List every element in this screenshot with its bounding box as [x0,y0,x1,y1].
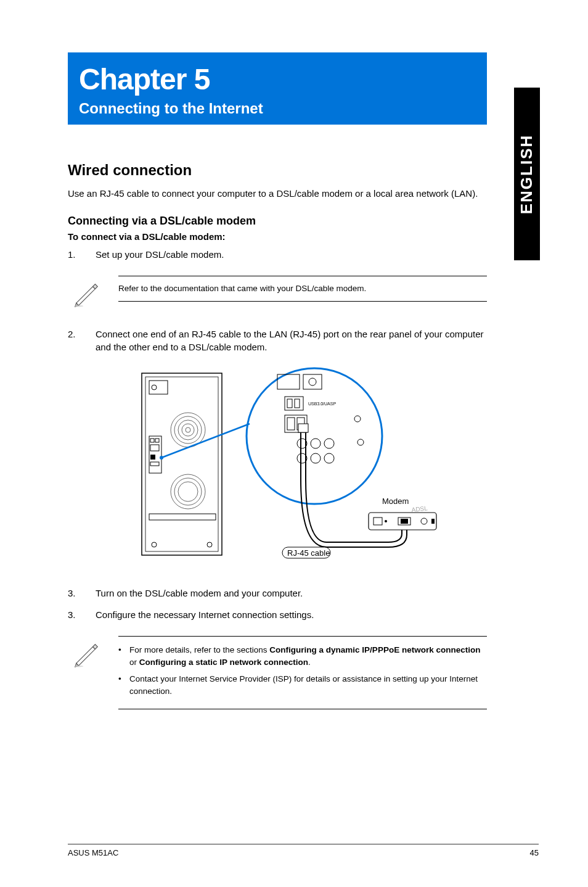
step-text: Turn on the DSL/cable modem and your com… [96,587,487,600]
footer-page-number: 45 [530,848,539,857]
note2-text2: Contact your Internet Service Provider (… [129,673,487,697]
language-label: ENGLISH [518,134,537,214]
step-3: 3. Turn on the DSL/cable modem and your … [68,587,487,600]
step-number: 2. [68,328,96,353]
content-column: Wired connection Use an RJ-45 cable to c… [68,162,487,709]
note-body-2: • For more details, refer to the section… [118,636,487,709]
chapter-title: Chapter 5 [79,62,476,96]
subsection-heading: Connecting via a DSL/cable modem [68,215,487,228]
pencil-icon [73,636,118,670]
note-body-1: Refer to the documentation that came wit… [118,276,487,302]
note2-item-1: • For more details, refer to the section… [118,644,487,668]
step-number: 3. [68,587,96,600]
note-text: Refer to the documentation that came wit… [118,284,366,293]
procedure-lead: To connect via a DSL/cable modem: [68,231,487,242]
modem-label: Modem [382,497,409,506]
svg-point-22 [247,368,382,504]
connection-diagram: USB3.0/UASP [117,362,438,572]
svg-text:ADSL: ADSL [411,505,428,514]
note2-pre: For more details, refer to the sections [129,645,269,654]
svg-rect-1 [142,373,222,555]
chapter-header: Chapter 5 Connecting to the Internet [68,52,487,125]
cable-label: RJ-45 cable [287,548,330,558]
svg-point-23 [160,456,163,460]
step-number: 3. [68,608,96,621]
svg-rect-49 [431,519,435,524]
note-block-1: Refer to the documentation that came wit… [68,276,487,310]
footer-left: ASUS M51AC [68,848,118,857]
step-number: 1. [68,248,96,261]
note2-bold1: Configuring a dynamic IP/PPPoE network c… [269,645,480,654]
svg-rect-42 [298,424,308,432]
note2-mid: or [129,658,139,667]
step-1: 1. Set up your DSL/cable modem. [68,248,487,261]
page-footer: ASUS M51AC 45 [68,844,539,857]
section-intro: Use an RJ-45 cable to connect your compu… [68,188,487,200]
chapter-subtitle: Connecting to the Internet [79,100,476,117]
step-2: 2. Connect one end of an RJ-45 cable to … [68,328,487,353]
step-text: Set up your DSL/cable modem. [96,248,487,261]
note2-post: . [308,658,311,667]
svg-point-52 [74,666,83,667]
svg-rect-14 [150,455,155,460]
svg-rect-47 [401,519,408,524]
language-side-tab: ENGLISH [514,88,540,260]
note2-bold2: Configuring a static IP network connecti… [139,658,308,667]
svg-point-0 [74,305,83,307]
pencil-icon [73,276,118,310]
note-block-2: • For more details, refer to the section… [68,636,487,709]
section-heading: Wired connection [68,162,487,179]
note2-item-2: • Contact your Internet Service Provider… [118,673,487,697]
page: ENGLISH Chapter 5 Connecting to the Inte… [0,0,588,887]
step-text: Connect one end of an RJ-45 cable to the… [96,328,487,353]
step-4: 3. Configure the necessary Internet conn… [68,608,487,621]
step-text: Configure the necessary Internet connect… [96,608,487,621]
svg-point-45 [385,520,387,522]
svg-text:USB3.0/UASP: USB3.0/UASP [308,402,336,406]
